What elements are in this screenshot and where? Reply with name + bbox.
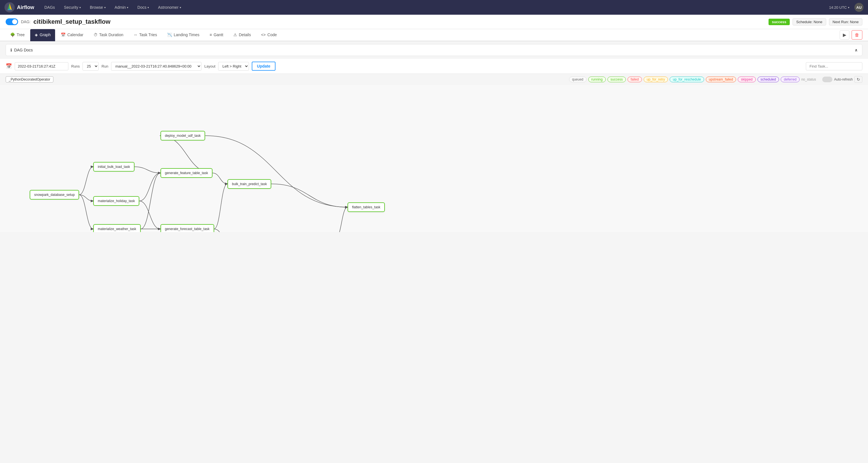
task-tries-icon: ↔: [134, 32, 137, 37]
status-badge: success: [769, 19, 790, 25]
dag-title-right: success Schedule: None Next Run: None: [769, 19, 862, 25]
auto-refresh-toggle[interactable]: [822, 76, 832, 82]
status-failed: failed: [627, 76, 642, 82]
tabs-bar: 🌳 Tree ◈ Graph 📅 Calendar ⏱ Task Duratio…: [0, 29, 868, 41]
schedule-badge: Schedule: None: [793, 19, 826, 25]
task-node-materialize_holiday_task[interactable]: materialize_holiday_task: [93, 196, 139, 206]
docs-dropdown-arrow: ▾: [148, 6, 149, 9]
task-node-deploy_model_udf_task[interactable]: deploy_model_udf_task: [160, 131, 206, 141]
refresh-button[interactable]: ↻: [855, 76, 862, 83]
status-upstream-failed: upstream_failed: [706, 76, 736, 82]
operator-status-bar: _PythonDecoratedOperator queued running …: [0, 74, 868, 85]
graph-icon: ◈: [35, 32, 38, 37]
status-success: success: [608, 76, 626, 82]
trigger-dag-button[interactable]: ▶: [840, 30, 849, 39]
update-button[interactable]: Update: [252, 62, 275, 71]
details-icon: ⚠: [234, 32, 237, 37]
task-node-generate_forecast_table_task[interactable]: generate_forecast_table_task: [160, 224, 214, 232]
auto-refresh-label: Auto-refresh: [834, 78, 853, 82]
tab-landing-times[interactable]: 📉 Landing Times: [163, 29, 204, 41]
nav-astronomer[interactable]: Astronomer ▾: [155, 3, 184, 11]
status-queued: queued: [569, 76, 587, 82]
dag-title-left: DAG: citibikeml_setup_taskflow: [6, 18, 111, 25]
graph-canvas[interactable]: snowpark_database_setupinitial_bulk_load…: [0, 85, 868, 232]
landing-times-icon: 📉: [167, 32, 172, 37]
status-up-for-retry: up_for_retry: [644, 76, 668, 82]
auto-refresh-area: Auto-refresh ↻: [822, 76, 862, 83]
tab-details[interactable]: ⚠ Details: [229, 29, 255, 41]
tab-calendar[interactable]: 📅 Calendar: [56, 29, 88, 41]
layout-label: Layout: [204, 64, 215, 68]
dag-title-bar: DAG: citibikeml_setup_taskflow success S…: [0, 15, 868, 29]
dag-name: citibikeml_setup_taskflow: [33, 18, 111, 25]
brand-name: Airflow: [17, 4, 34, 10]
nav-dags[interactable]: DAGs: [41, 3, 58, 11]
nav-security[interactable]: Security ▾: [60, 3, 84, 11]
tab-tree[interactable]: 🌳 Tree: [6, 29, 29, 41]
delete-dag-button[interactable]: 🗑: [851, 30, 862, 39]
time-display[interactable]: 14:20 UTC ▾: [829, 5, 849, 10]
task-duration-icon: ⏱: [94, 32, 97, 37]
status-tags: queued running success failed up_for_ret…: [569, 76, 863, 83]
task-node-bulk_train_predict_task[interactable]: bulk_train_predict_task: [227, 179, 271, 189]
admin-dropdown-arrow: ▾: [127, 6, 128, 9]
status-no-status: no_status: [801, 78, 816, 82]
calendar-icon: 📅: [61, 32, 66, 37]
nav-docs[interactable]: Docs ▾: [134, 3, 152, 11]
tree-icon: 🌳: [10, 32, 15, 37]
nav-browse[interactable]: Browse ▾: [87, 3, 109, 11]
user-avatar[interactable]: AU: [855, 3, 864, 12]
dag-docs-info-icon: ℹ: [10, 48, 12, 52]
operator-tag: _PythonDecoratedOperator: [6, 76, 53, 83]
dag-docs-section[interactable]: ℹ DAG Docs ∧: [6, 44, 862, 56]
calendar-toolbar-icon: 📅: [6, 63, 12, 69]
tabs-actions: ▶ 🗑: [840, 30, 862, 39]
dag-toggle[interactable]: [6, 19, 18, 25]
airflow-logo-icon: [4, 2, 15, 12]
dag-docs-collapse-icon: ∧: [855, 48, 858, 52]
tab-task-tries[interactable]: ↔ Task Tries: [129, 29, 162, 41]
status-skipped: skipped: [738, 76, 755, 82]
tab-gantt[interactable]: ≡ Gantt: [205, 29, 228, 41]
tab-task-duration[interactable]: ⏱ Task Duration: [89, 29, 128, 41]
brand-logo[interactable]: Airflow: [4, 2, 34, 12]
browse-dropdown-arrow: ▾: [104, 6, 106, 9]
task-node-materialize_weather_task[interactable]: materialize_weather_task: [93, 224, 141, 232]
task-node-snowpark_database_setup[interactable]: snowpark_database_setup: [30, 190, 79, 199]
tab-graph[interactable]: ◈ Graph: [30, 29, 55, 41]
next-run-badge: Next Run: None: [829, 19, 863, 25]
task-node-flatten_tables_task[interactable]: flatten_tables_task: [347, 203, 385, 212]
dag-docs-label: DAG Docs: [14, 48, 33, 52]
status-scheduled: scheduled: [757, 76, 779, 82]
graph-svg: [0, 85, 868, 232]
status-up-for-reschedule: up_for_reschedule: [670, 76, 704, 82]
graph-toolbar: 📅 Runs 25 Run manual__2022-03-21T16:27:4…: [0, 59, 868, 74]
run-select[interactable]: manual__2022-03-21T16:27:40.848629+00:00: [111, 62, 202, 71]
astronomer-dropdown-arrow: ▾: [180, 6, 181, 9]
dag-label: DAG:: [21, 20, 31, 24]
find-task-input[interactable]: [806, 62, 862, 70]
code-icon: <>: [261, 32, 266, 37]
runs-label: Runs: [71, 64, 80, 68]
layout-select[interactable]: Left > Right: [218, 62, 249, 71]
top-navigation: Airflow DAGs Security ▾ Browse ▾ Admin ▾…: [0, 0, 868, 15]
run-label: Run: [101, 64, 108, 68]
runs-select[interactable]: 25: [83, 62, 99, 71]
status-running: running: [588, 76, 606, 82]
status-deferred: deferred: [781, 76, 800, 82]
time-dropdown-arrow: ▾: [848, 6, 849, 9]
security-dropdown-arrow: ▾: [80, 6, 81, 9]
task-node-generate_feature_table_task[interactable]: generate_feature_table_task: [160, 168, 213, 178]
task-node-initial_bulk_load_task[interactable]: initial_bulk_load_task: [93, 162, 134, 172]
tab-code[interactable]: <> Code: [256, 29, 281, 41]
date-input[interactable]: [15, 62, 68, 70]
gantt-icon: ≡: [210, 32, 212, 37]
nav-admin[interactable]: Admin ▾: [111, 3, 132, 11]
